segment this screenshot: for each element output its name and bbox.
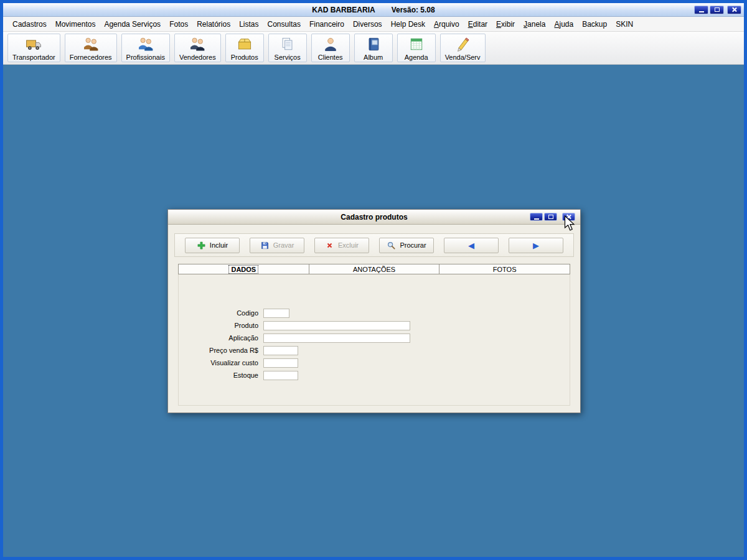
menu-item-fotos[interactable]: Fotos [165, 18, 192, 30]
documents-icon [279, 35, 296, 53]
previous-record-button[interactable]: ◀ [444, 238, 499, 253]
excluir-button[interactable]: Excluir [314, 238, 369, 253]
suppliers-people-icon [82, 35, 100, 53]
toolbar-button-produtos[interactable]: Produtos [225, 34, 264, 62]
aplicacao-input[interactable] [263, 334, 410, 343]
toolbar-button-venda-serv[interactable]: Venda/Serv [440, 34, 486, 62]
procurar-button[interactable]: Procurar [379, 238, 434, 253]
close-icon [566, 214, 571, 220]
estoque-label: Estoque [179, 371, 258, 379]
dados-tab-panel: Codigo Produto Aplicação Preço venda R$ … [178, 274, 570, 406]
form-row: Visualizar custo [179, 357, 570, 369]
application-window: KAD BARBEARIAVersão: 5.08 Cadastros Movi… [0, 0, 747, 560]
maximize-icon [548, 215, 553, 219]
main-titlebar: KAD BARBEARIAVersão: 5.08 [3, 3, 744, 17]
app-version: Versão: 5.08 [392, 6, 435, 14]
menu-item-backup[interactable]: Backup [578, 18, 611, 30]
menu-item-help-desk[interactable]: Help Desk [387, 18, 430, 30]
menu-item-janela[interactable]: Janela [519, 18, 550, 30]
app-title: KAD BARBEARIA [312, 6, 375, 14]
professionals-people-icon [137, 35, 154, 53]
toolbar-button-label: Venda/Serv [445, 54, 481, 61]
maximize-icon [715, 7, 720, 12]
toolbar-button-fornecedores[interactable]: Fornecedores [65, 34, 117, 62]
procurar-label: Procurar [400, 241, 426, 249]
preco-venda-input[interactable] [263, 346, 298, 355]
dialog-toolbar: Incluir Gravar Excluir Procurar ◀ [174, 233, 574, 257]
produto-input[interactable] [263, 321, 410, 330]
dialog-window-controls [530, 213, 580, 221]
maximize-button[interactable] [710, 6, 724, 14]
close-button[interactable] [727, 6, 741, 14]
toolbar-button-vendedores[interactable]: Vendedores [174, 34, 221, 62]
menu-item-editar[interactable]: Editar [464, 18, 492, 30]
close-icon [731, 7, 737, 12]
window-controls [694, 6, 744, 14]
gravar-button[interactable]: Gravar [250, 238, 304, 253]
menu-item-relatorios[interactable]: Relatórios [192, 18, 235, 30]
arrow-right-icon: ▶ [533, 241, 539, 250]
dialog-maximize-button[interactable] [544, 213, 557, 221]
next-record-button[interactable]: ▶ [509, 238, 563, 253]
minimize-button[interactable] [694, 6, 708, 14]
dialog-close-button[interactable] [562, 213, 575, 221]
toolbar-button-label: Produtos [231, 54, 258, 61]
search-icon [387, 241, 396, 250]
dialog-minimize-button[interactable] [530, 213, 543, 221]
menu-item-listas[interactable]: Listas [235, 18, 263, 30]
incluir-label: Incluir [210, 241, 228, 249]
toolbar-button-agenda[interactable]: Agenda [397, 34, 436, 62]
menu-item-financeiro[interactable]: Financeiro [305, 18, 349, 30]
dialog-tabs: DADOS ANOTAÇÕES FOTOS [178, 264, 570, 274]
cadastro-produtos-window: Cadastro produtos Incluir Gravar [167, 209, 581, 413]
form-row: Estoque [179, 369, 570, 381]
menu-item-movimentos[interactable]: Movimentos [51, 18, 100, 30]
gravar-label: Gravar [273, 241, 294, 249]
menu-item-cadastros[interactable]: Cadastros [8, 18, 51, 30]
menu-item-ajuda[interactable]: Ajuda [550, 18, 578, 30]
main-title: KAD BARBEARIAVersão: 5.08 [3, 6, 744, 14]
menu-item-consultas[interactable]: Consultas [263, 18, 305, 30]
toolbar-button-label: Agenda [405, 54, 428, 61]
aplicacao-label: Aplicação [179, 334, 258, 342]
form-row: Preço venda R$ [179, 344, 570, 357]
produto-label: Produto [179, 322, 258, 329]
menu-bar: Cadastros Movimentos Agenda Serviços Fot… [3, 17, 744, 32]
truck-icon [25, 35, 42, 53]
toolbar-button-servicos[interactable]: Serviços [268, 34, 307, 62]
menu-item-diversos[interactable]: Diversos [349, 18, 387, 30]
preco-venda-label: Preço venda R$ [179, 347, 258, 354]
calendar-icon [408, 35, 425, 53]
incluir-button[interactable]: Incluir [185, 238, 240, 253]
toolbar-button-album[interactable]: Album [354, 34, 393, 62]
save-disk-icon [260, 241, 270, 250]
toolbar-button-label: Profissionais [126, 54, 165, 61]
estoque-input[interactable] [263, 371, 298, 380]
minimize-icon [534, 218, 539, 220]
form-row: Aplicação [179, 332, 570, 344]
menu-item-exibir[interactable]: Exibir [492, 18, 519, 30]
toolbar-button-label: Album [364, 54, 383, 61]
menu-item-arquivo[interactable]: Arquivo [430, 18, 464, 30]
visualizar-custo-input[interactable] [263, 358, 298, 368]
arrow-left-icon: ◀ [468, 241, 474, 250]
box-icon [236, 35, 253, 53]
mdi-area: Cadastro produtos Incluir Gravar [3, 65, 744, 557]
minimize-icon [699, 11, 704, 12]
plus-icon [197, 241, 206, 250]
tab-dados[interactable]: DADOS [178, 264, 309, 274]
toolbar-button-label: Fornecedores [70, 54, 112, 61]
toolbar-button-transportador[interactable]: Transportador [7, 34, 60, 62]
tab-anotacoes[interactable]: ANOTAÇÕES [309, 264, 440, 274]
toolbar-button-label: Serviços [275, 54, 301, 61]
tab-fotos[interactable]: FOTOS [439, 264, 570, 274]
menu-item-skin[interactable]: SKIN [611, 18, 637, 30]
toolbar-button-clientes[interactable]: Clientes [311, 34, 350, 62]
menu-item-agenda-servicos[interactable]: Agenda Serviços [100, 18, 165, 30]
form-row: Codigo [179, 307, 570, 319]
toolbar-button-label: Transportador [12, 54, 55, 61]
visualizar-custo-label: Visualizar custo [179, 359, 258, 366]
toolbar-button-profissionais[interactable]: Profissionais [121, 34, 170, 62]
codigo-input[interactable] [263, 309, 289, 318]
dialog-titlebar[interactable]: Cadastro produtos [168, 210, 580, 225]
